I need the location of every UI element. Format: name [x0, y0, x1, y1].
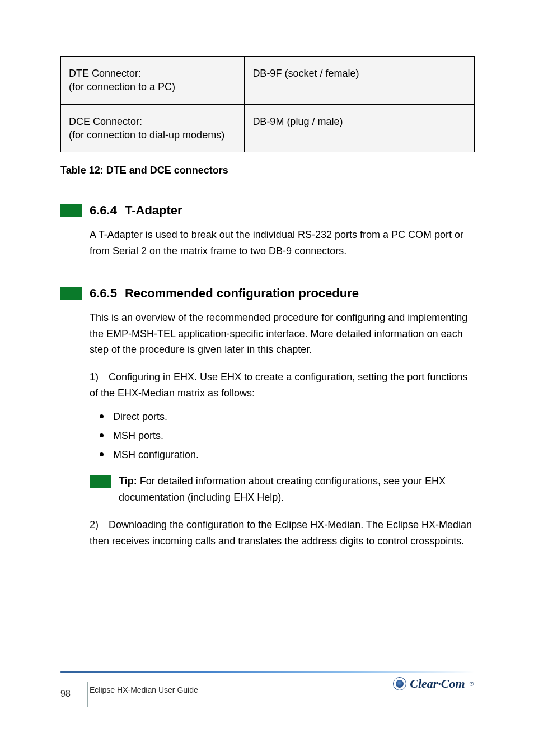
step-1-bullets: Direct ports. MSH ports. MSH configurati…	[90, 407, 475, 465]
footer-divider-vertical	[75, 682, 88, 707]
section-mark-icon	[60, 204, 82, 217]
section-head: 6.6.4 T-Adapter	[60, 203, 475, 218]
footer-divider	[60, 671, 475, 673]
cell-line: DB-9M (plug / male)	[252, 116, 343, 127]
tip-body: For detailed information about creating …	[119, 475, 446, 503]
cell-dce-label: DCE Connector: (for connection to dial-u…	[61, 104, 245, 152]
cell-line: DTE Connector:	[69, 68, 141, 79]
cell-line: DB-9F (socket / female)	[252, 68, 359, 79]
step-number: 1)	[90, 369, 109, 385]
list-item: MSH configuration.	[90, 445, 475, 464]
section-config-procedure: 6.6.5 Recommended configuration procedur…	[60, 286, 475, 549]
tip-text: Tip: For detailed information about crea…	[119, 473, 475, 506]
step-2: 2)Downloading the configuration to the E…	[90, 517, 475, 549]
list-item: MSH ports.	[90, 426, 475, 445]
cell-line: (for connection to dial-up modems)	[69, 129, 224, 141]
section-title: T-Adapter	[125, 203, 182, 218]
tip-block: Tip: For detailed information about crea…	[90, 473, 475, 506]
page-number: 98	[60, 689, 71, 699]
section-title: Recommended configuration procedure	[125, 286, 359, 301]
cell-dte-label: DTE Connector: (for connection to a PC)	[61, 57, 245, 105]
step-number: 2)	[90, 517, 109, 533]
cell-line: DCE Connector:	[69, 116, 142, 127]
tip-mark-icon	[90, 475, 111, 488]
step-1: 1)Configuring in EHX. Use EHX to create …	[90, 369, 475, 402]
cell-line: (for connection to a PC)	[69, 81, 175, 92]
table-caption: Table 12: DTE and DCE connectors	[60, 165, 475, 176]
section-mark-icon	[60, 287, 82, 300]
page-body: DTE Connector: (for connection to a PC) …	[60, 56, 475, 549]
spec-table: DTE Connector: (for connection to a PC) …	[60, 56, 475, 152]
table-row: DCE Connector: (for connection to dial-u…	[61, 104, 475, 152]
section-text: A T-Adapter is used to break out the ind…	[90, 227, 475, 259]
section-number: 6.6.5	[90, 286, 117, 301]
table-row: DTE Connector: (for connection to a PC) …	[61, 57, 475, 105]
brand-globe-icon	[393, 677, 406, 690]
cell-dte-value: DB-9F (socket / female)	[245, 57, 475, 105]
section-head: 6.6.5 Recommended configuration procedur…	[60, 286, 475, 301]
section-intro: This is an overview of the recommended p…	[90, 310, 475, 358]
section-number: 6.6.4	[90, 203, 117, 218]
brand-name: Clear·Com	[410, 676, 465, 691]
registered-mark-icon: ®	[470, 681, 474, 687]
list-item: Direct ports.	[90, 407, 475, 426]
section-t-adapter: 6.6.4 T-Adapter A T-Adapter is used to b…	[60, 203, 475, 259]
cell-dce-value: DB-9M (plug / male)	[245, 104, 475, 152]
footer-doc-title: Eclipse HX-Median User Guide	[90, 684, 198, 696]
step-text: Downloading the configuration to the Ecl…	[90, 519, 472, 547]
tip-lead: Tip:	[119, 475, 137, 487]
brand-logo: Clear·Com®	[393, 676, 474, 691]
step-text: Configuring in EHX. Use EHX to create a …	[90, 371, 467, 399]
